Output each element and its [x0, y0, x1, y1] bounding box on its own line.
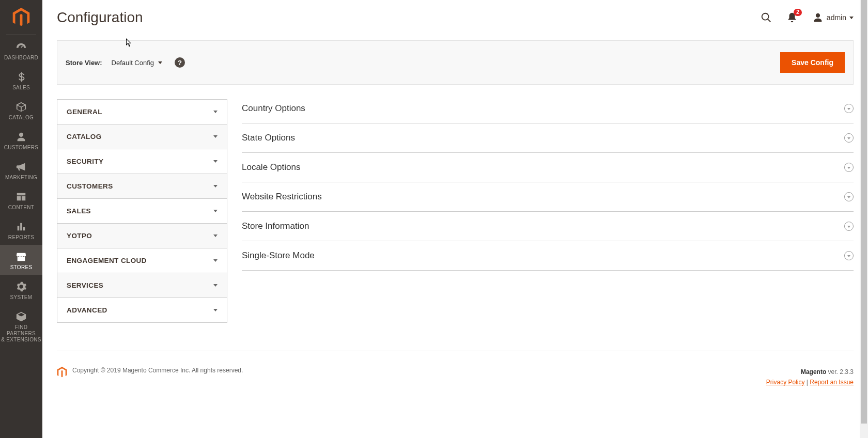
notifications-badge: 2	[794, 9, 802, 16]
expand-icon	[844, 222, 854, 231]
admin-sidebar: DASHBOARD SALES CATALOG CUSTOMERS MARKET…	[0, 0, 42, 438]
magento-logo-footer	[57, 367, 67, 378]
user-label: admin	[827, 13, 846, 22]
notifications-button[interactable]: 2	[786, 12, 798, 23]
bars-icon	[16, 221, 27, 232]
megaphone-icon	[16, 161, 27, 173]
expand-icon	[844, 163, 854, 172]
config-tab-label: YOTPO	[67, 232, 92, 240]
sidebar-item-customers[interactable]: CUSTOMERS	[0, 125, 42, 155]
config-tab-label: SALES	[67, 207, 91, 215]
store-view-value: Default Config	[112, 59, 154, 67]
config-tab-customers[interactable]: CUSTOMERS	[57, 174, 227, 199]
sidebar-item-marketing[interactable]: MARKETING	[0, 155, 42, 185]
chevron-down-icon	[213, 309, 218, 311]
config-tab-advanced[interactable]: ADVANCED	[57, 298, 227, 322]
config-tabs: GENERAL CATALOG SECURITY CUSTOMERS SALES…	[57, 99, 227, 323]
section-title: Single-Store Mode	[242, 251, 315, 261]
store-view-select[interactable]: Default Config	[112, 59, 162, 67]
store-view-label: Store View:	[66, 59, 102, 67]
report-issue-link[interactable]: Report an Issue	[810, 379, 854, 386]
dollar-icon	[16, 71, 27, 83]
person-icon	[16, 131, 27, 143]
chevron-down-icon	[849, 17, 854, 19]
config-tab-label: SERVICES	[67, 281, 103, 289]
sidebar-item-label: REPORTS	[8, 234, 34, 241]
sidebar-item-reports[interactable]: REPORTS	[0, 215, 42, 245]
sidebar-item-catalog[interactable]: CATALOG	[0, 95, 42, 125]
footer-version-prefix: ver.	[826, 368, 840, 376]
config-tab-label: SECURITY	[67, 158, 103, 165]
chevron-down-icon	[213, 259, 218, 262]
help-icon[interactable]: ?	[175, 57, 185, 68]
expand-icon	[844, 251, 854, 260]
footer-brand: Magento	[801, 368, 826, 376]
expand-icon	[844, 133, 854, 143]
sidebar-item-dashboard[interactable]: DASHBOARD	[0, 35, 42, 65]
chevron-down-icon	[213, 185, 218, 187]
section-single-store-mode[interactable]: Single-Store Mode	[242, 241, 854, 271]
sidebar-item-label: MARKETING	[5, 175, 37, 181]
sidebar-item-system[interactable]: SYSTEM	[0, 275, 42, 305]
page-header: Configuration 2 admin	[42, 0, 868, 26]
config-tab-label: CATALOG	[67, 133, 102, 140]
config-tab-label: GENERAL	[67, 108, 102, 116]
config-tab-sales[interactable]: SALES	[57, 199, 227, 224]
page-title: Configuration	[57, 9, 761, 26]
section-store-information[interactable]: Store Information	[242, 212, 854, 241]
chevron-down-icon	[213, 111, 218, 113]
section-country-options[interactable]: Country Options	[242, 99, 854, 123]
privacy-policy-link[interactable]: Privacy Policy	[766, 379, 805, 386]
sidebar-item-label: DASHBOARD	[4, 55, 38, 61]
config-tab-label: CUSTOMERS	[67, 182, 113, 190]
layout-icon	[16, 191, 27, 202]
expand-icon	[844, 104, 854, 113]
sidebar-item-label: SYSTEM	[10, 294, 33, 301]
chevron-down-icon	[213, 135, 218, 138]
section-title: Store Information	[242, 221, 309, 231]
store-scope-bar: Store View: Default Config ? Save Config	[57, 40, 854, 85]
config-sections: Country Options State Options Locale Opt…	[242, 99, 854, 271]
puzzle-icon	[16, 311, 27, 322]
main-content: Configuration 2 admin Store View: Defaul…	[42, 0, 868, 438]
gear-icon	[16, 281, 27, 292]
dashboard-icon	[16, 41, 27, 53]
config-tab-services[interactable]: SERVICES	[57, 273, 227, 298]
expand-icon	[844, 192, 854, 201]
section-title: Country Options	[242, 103, 305, 114]
sidebar-item-label: CUSTOMERS	[4, 145, 38, 151]
section-state-options[interactable]: State Options	[242, 123, 854, 153]
sidebar-item-label: SALES	[12, 85, 30, 91]
chevron-down-icon	[213, 284, 218, 287]
sidebar-item-label: STORES	[10, 264, 33, 271]
config-tab-yotpo[interactable]: YOTPO	[57, 224, 227, 248]
config-tab-general[interactable]: GENERAL	[57, 100, 227, 124]
header-actions: 2 admin	[761, 12, 854, 23]
config-tab-security[interactable]: SECURITY	[57, 149, 227, 174]
user-menu[interactable]: admin	[812, 12, 854, 23]
sidebar-item-partners[interactable]: FIND PARTNERS & EXTENSIONS	[0, 305, 42, 347]
scrollbar-thumb[interactable]	[861, 0, 867, 424]
sidebar-item-stores[interactable]: STORES	[0, 245, 42, 275]
search-icon	[761, 12, 772, 23]
sidebar-item-sales[interactable]: SALES	[0, 65, 42, 95]
config-tab-engagement-cloud[interactable]: ENGAGEMENT CLOUD	[57, 248, 227, 273]
magento-logo[interactable]	[6, 0, 36, 35]
search-button[interactable]	[761, 12, 772, 23]
sidebar-item-content[interactable]: CONTENT	[0, 185, 42, 215]
box-icon	[16, 101, 27, 113]
save-config-button[interactable]: Save Config	[780, 52, 845, 73]
section-title: State Options	[242, 133, 295, 143]
section-website-restrictions[interactable]: Website Restrictions	[242, 182, 854, 212]
sidebar-item-label: CATALOG	[9, 115, 34, 121]
chevron-down-icon	[158, 61, 162, 64]
config-body: GENERAL CATALOG SECURITY CUSTOMERS SALES…	[57, 99, 854, 323]
config-tab-catalog[interactable]: CATALOG	[57, 124, 227, 149]
page-footer: Copyright © 2019 Magento Commerce Inc. A…	[57, 351, 854, 394]
chevron-down-icon	[213, 210, 218, 212]
chevron-down-icon	[213, 234, 218, 237]
window-scrollbar[interactable]	[860, 0, 868, 438]
section-locale-options[interactable]: Locale Options	[242, 153, 854, 182]
config-tab-label: ADVANCED	[67, 306, 107, 314]
footer-version: 2.3.3	[840, 368, 854, 376]
